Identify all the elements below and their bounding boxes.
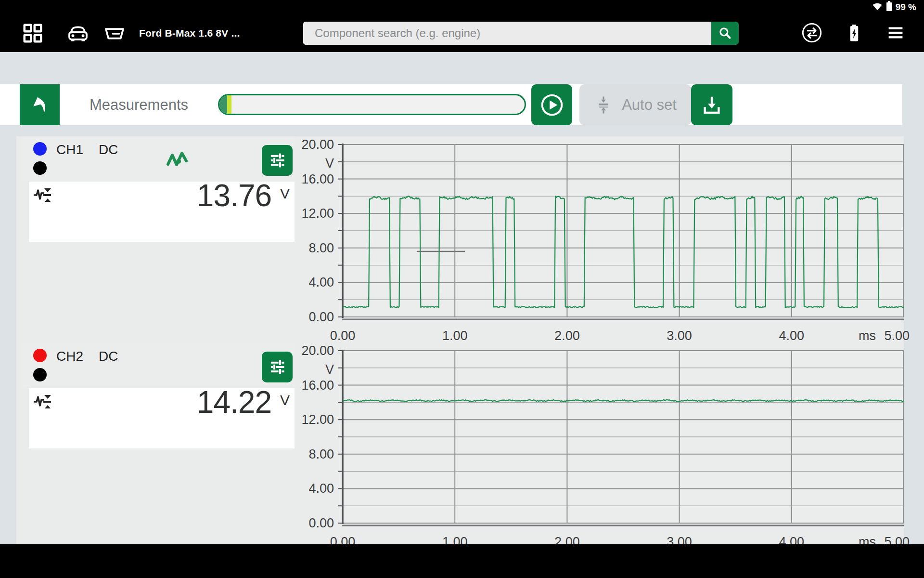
play-icon bbox=[539, 92, 565, 118]
apps-grid-icon bbox=[21, 22, 44, 45]
save-download-button[interactable] bbox=[691, 84, 732, 125]
svg-text:1.00: 1.00 bbox=[442, 328, 468, 340]
ch1-ground-color-dot bbox=[33, 161, 47, 175]
vehicle-title: Ford B-Max 1.6 8V ... bbox=[139, 14, 240, 52]
ch1-value: 13.76 bbox=[197, 178, 271, 213]
progress-leading-stripe bbox=[227, 95, 231, 114]
ch1-coupling-label: DC bbox=[99, 142, 118, 158]
tune-sliders-icon bbox=[267, 357, 287, 377]
page-title: Measurements bbox=[90, 84, 188, 125]
search-button[interactable] bbox=[711, 22, 739, 45]
menu-button[interactable] bbox=[885, 22, 908, 45]
ch2-settings-button[interactable] bbox=[262, 352, 293, 382]
svg-text:0.00: 0.00 bbox=[308, 516, 334, 530]
ch1-amplitude-measure-icon bbox=[33, 186, 53, 208]
svg-text:12.00: 12.00 bbox=[301, 206, 334, 221]
svg-text:16.00: 16.00 bbox=[301, 172, 334, 186]
ch1-probe-color-dot bbox=[33, 142, 47, 156]
android-nav-bar bbox=[0, 544, 924, 578]
svg-text:V: V bbox=[325, 362, 334, 377]
svg-text:4.00: 4.00 bbox=[308, 275, 334, 289]
app-bar: Ford B-Max 1.6 8V ... bbox=[0, 14, 924, 52]
svg-text:4.00: 4.00 bbox=[779, 328, 805, 340]
sync-icon bbox=[801, 22, 823, 44]
search-icon bbox=[717, 25, 733, 41]
back-button[interactable] bbox=[20, 84, 60, 125]
ch2-value: 14.22 bbox=[197, 384, 271, 420]
hamburger-menu-icon bbox=[885, 22, 907, 44]
status-battery-icon bbox=[886, 1, 892, 14]
svg-text:3.00: 3.00 bbox=[667, 328, 692, 340]
channel-2-header: CH2 DC bbox=[22, 343, 295, 388]
ch2-oscilloscope-chart[interactable]: 0.004.008.0012.0016.0020.00V0.001.002.00… bbox=[295, 344, 911, 546]
svg-text:0.00: 0.00 bbox=[330, 328, 356, 340]
battery-percent-text: 99 % bbox=[896, 2, 916, 13]
back-arrow-icon bbox=[29, 94, 51, 116]
svg-text:16.00: 16.00 bbox=[301, 378, 334, 393]
measurement-progress-bar bbox=[218, 94, 526, 115]
ch2-unit: V bbox=[280, 392, 290, 408]
svg-text:20.00: 20.00 bbox=[301, 138, 334, 152]
vehicle-button[interactable] bbox=[66, 22, 90, 45]
svg-text:8.00: 8.00 bbox=[308, 241, 334, 255]
apps-grid-button[interactable] bbox=[21, 22, 44, 45]
ch2-label: CH2 bbox=[56, 349, 83, 364]
download-icon bbox=[701, 94, 723, 116]
ch2-coupling-label: DC bbox=[99, 349, 118, 364]
ch2-ground-color-dot bbox=[33, 368, 47, 381]
sync-button[interactable] bbox=[801, 22, 824, 45]
obd-connector-button[interactable] bbox=[103, 22, 126, 45]
ch1-signal-wave-icon bbox=[166, 149, 189, 172]
svg-text:V: V bbox=[325, 156, 334, 171]
svg-text:12.00: 12.00 bbox=[301, 412, 334, 427]
svg-text:20.00: 20.00 bbox=[301, 344, 334, 358]
ch2-amplitude-measure-icon bbox=[33, 393, 53, 414]
battery-charging-button[interactable] bbox=[844, 22, 867, 45]
svg-text:ms: ms bbox=[859, 328, 876, 340]
play-button[interactable] bbox=[531, 84, 572, 125]
channel-1-header: CH1 DC bbox=[22, 136, 295, 182]
ch1-unit: V bbox=[280, 185, 290, 202]
measurements-toolbar: Measurements Auto set bbox=[0, 84, 902, 125]
auto-set-button[interactable]: Auto set bbox=[579, 84, 691, 125]
ch1-label: CH1 bbox=[56, 142, 83, 158]
ch2-probe-color-dot bbox=[33, 349, 47, 362]
ch1-settings-button[interactable] bbox=[262, 145, 293, 176]
svg-text:8.00: 8.00 bbox=[308, 447, 334, 461]
search-input[interactable] bbox=[303, 22, 711, 45]
obd-connector-icon bbox=[103, 22, 126, 45]
auto-set-icon bbox=[594, 94, 613, 116]
auto-set-label: Auto set bbox=[622, 96, 677, 114]
progress-fill bbox=[219, 95, 227, 114]
svg-text:0.00: 0.00 bbox=[308, 310, 334, 324]
channel-1-measurement-box: 13.76 V bbox=[29, 182, 295, 242]
svg-text:5.00: 5.00 bbox=[884, 328, 910, 340]
battery-charging-icon bbox=[844, 22, 865, 45]
channel-2-measurement-box: 14.22 V bbox=[29, 388, 295, 448]
status-bar: 99 % bbox=[0, 0, 924, 14]
tune-sliders-icon bbox=[267, 150, 287, 171]
svg-text:4.00: 4.00 bbox=[308, 481, 334, 496]
svg-text:2.00: 2.00 bbox=[554, 328, 580, 340]
car-icon bbox=[66, 22, 90, 45]
ch1-oscilloscope-chart[interactable]: 0.004.008.0012.0016.0020.00V0.001.002.00… bbox=[295, 138, 911, 340]
wifi-icon bbox=[872, 1, 883, 13]
